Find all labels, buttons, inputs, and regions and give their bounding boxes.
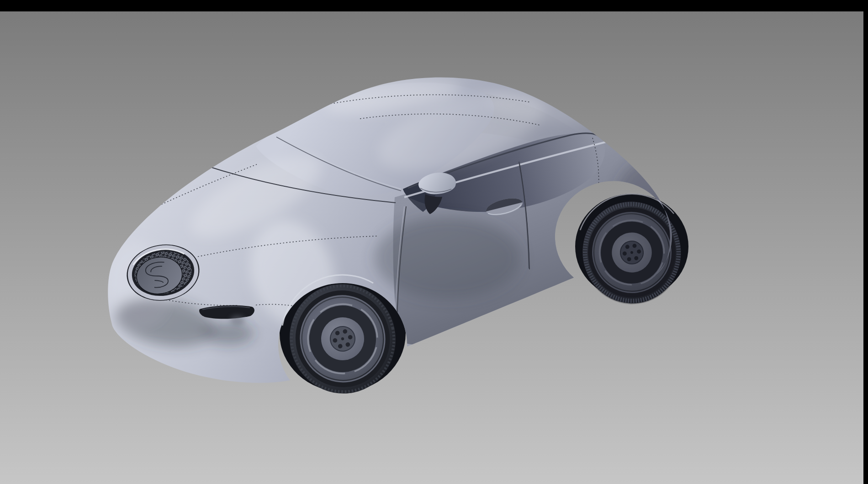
cad-viewport[interactable]: [0, 0, 868, 484]
letterbox-top-bar: [0, 0, 868, 11]
letterbox-right-bar: [863, 0, 868, 484]
